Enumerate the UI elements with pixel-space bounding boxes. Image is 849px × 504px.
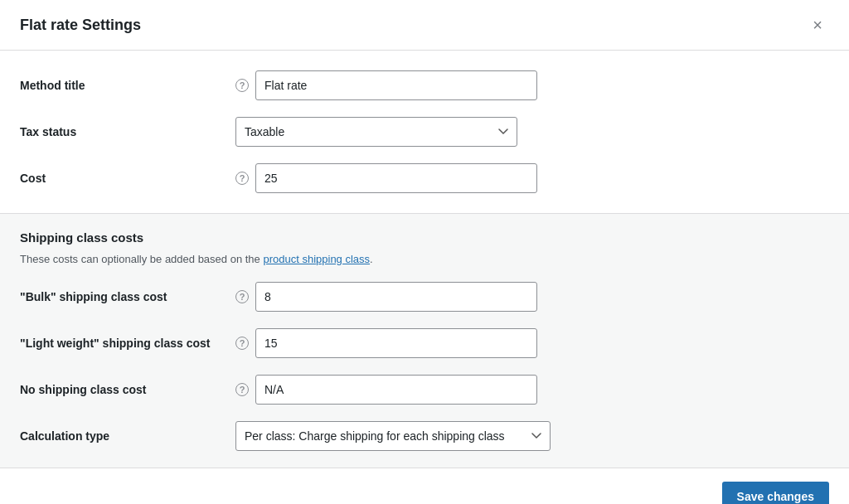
modal-footer: Save changes bbox=[0, 468, 849, 504]
shipping-class-description: These costs can optionally be added base… bbox=[20, 253, 829, 265]
bulk-cost-control: ? bbox=[235, 282, 829, 312]
method-title-input[interactable] bbox=[255, 70, 537, 100]
flat-rate-settings-modal: Flat rate Settings × Method title ? Tax … bbox=[0, 0, 849, 504]
method-title-label: Method title bbox=[20, 79, 235, 92]
tax-status-control: Taxable None bbox=[235, 117, 829, 147]
method-title-help-icon[interactable]: ? bbox=[235, 79, 249, 92]
modal-title: Flat rate Settings bbox=[20, 17, 141, 34]
method-title-row: Method title ? bbox=[20, 70, 829, 100]
bulk-cost-help-icon[interactable]: ? bbox=[235, 290, 249, 303]
save-changes-button[interactable]: Save changes bbox=[722, 482, 829, 504]
shipping-class-section: Shipping class costs These costs can opt… bbox=[0, 214, 849, 468]
no-class-cost-label: No shipping class cost bbox=[20, 383, 235, 396]
basic-settings-section: Method title ? Tax status Taxable None bbox=[0, 51, 849, 213]
no-class-cost-row: No shipping class cost ? bbox=[20, 375, 829, 405]
light-weight-cost-row: "Light weight" shipping class cost ? bbox=[20, 328, 829, 358]
shipping-class-heading: Shipping class costs bbox=[20, 230, 829, 245]
light-weight-cost-control: ? bbox=[235, 328, 829, 358]
bulk-cost-input[interactable] bbox=[255, 282, 537, 312]
cost-help-icon[interactable]: ? bbox=[235, 172, 249, 185]
calculation-type-label: Calculation type bbox=[20, 429, 235, 443]
bulk-cost-row: "Bulk" shipping class cost ? bbox=[20, 282, 829, 312]
modal-body: Method title ? Tax status Taxable None bbox=[0, 51, 849, 468]
cost-control: ? bbox=[235, 163, 829, 193]
calculation-type-select[interactable]: Per class: Charge shipping for each ship… bbox=[235, 421, 551, 451]
cost-row: Cost ? bbox=[20, 163, 829, 193]
calculation-type-control: Per class: Charge shipping for each ship… bbox=[235, 421, 829, 451]
tax-status-row: Tax status Taxable None bbox=[20, 117, 829, 147]
light-weight-cost-label: "Light weight" shipping class cost bbox=[20, 337, 235, 350]
calculation-type-row: Calculation type Per class: Charge shipp… bbox=[20, 421, 829, 451]
cost-input[interactable] bbox=[255, 163, 537, 193]
light-weight-cost-input[interactable] bbox=[255, 328, 537, 358]
no-class-cost-control: ? bbox=[235, 375, 829, 405]
bulk-cost-label: "Bulk" shipping class cost bbox=[20, 290, 235, 303]
no-class-cost-help-icon[interactable]: ? bbox=[235, 383, 249, 396]
tax-status-label: Tax status bbox=[20, 125, 235, 138]
close-button[interactable]: × bbox=[806, 13, 829, 36]
light-weight-cost-help-icon[interactable]: ? bbox=[235, 337, 249, 350]
tax-status-select[interactable]: Taxable None bbox=[235, 117, 517, 147]
no-class-cost-input[interactable] bbox=[255, 375, 537, 405]
product-shipping-class-link[interactable]: product shipping class bbox=[263, 253, 370, 265]
cost-label: Cost bbox=[20, 172, 235, 185]
method-title-control: ? bbox=[235, 70, 829, 100]
modal-header: Flat rate Settings × bbox=[0, 0, 849, 51]
